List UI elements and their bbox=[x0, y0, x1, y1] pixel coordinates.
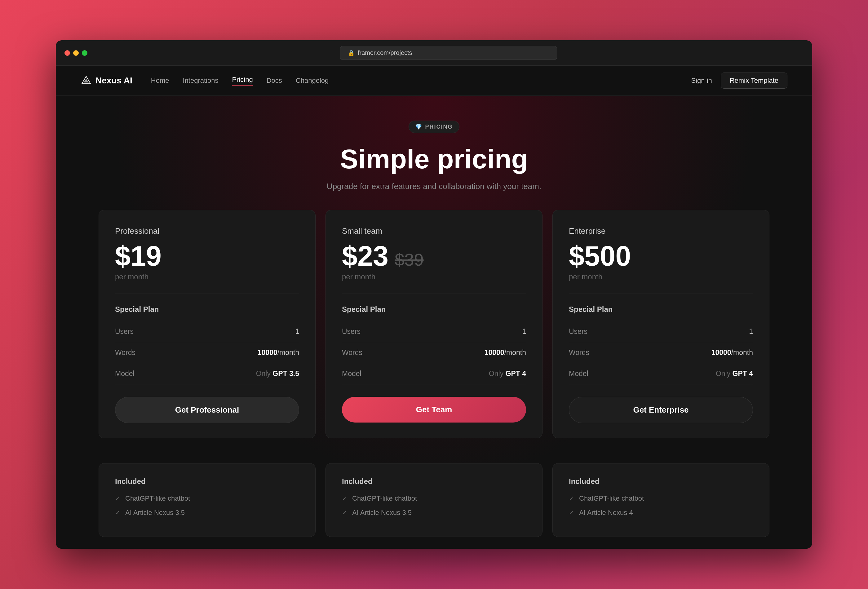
browser-window: 🔒 framer.com/projects Nexus AI Home Inte… bbox=[56, 40, 812, 549]
enterprise-period: per month bbox=[569, 273, 753, 281]
pricing-badge: 💎 PRICING bbox=[409, 121, 459, 133]
enterprise-features: Users 1 Words 10000/month Model Only GPT… bbox=[569, 321, 753, 384]
pricing-header: 💎 PRICING Simple pricing Upgrade for ext… bbox=[56, 96, 812, 210]
professional-model-value: Only GPT 3.5 bbox=[256, 369, 299, 378]
pricing-cards: Professional $19 per month Special Plan … bbox=[56, 210, 812, 463]
enterprise-special-plan: Special Plan bbox=[569, 305, 753, 314]
enterprise-users-value: 1 bbox=[749, 327, 753, 336]
professional-words-row: Words 10000/month bbox=[115, 342, 299, 363]
enterprise-included-text-0: ChatGPT-like chatbot bbox=[579, 495, 644, 502]
professional-included-text-0: ChatGPT-like chatbot bbox=[125, 495, 190, 502]
pricing-title: Simple pricing bbox=[56, 144, 812, 174]
enterprise-included-text-1: AI Article Nexus 4 bbox=[579, 509, 633, 517]
address-bar: 🔒 framer.com/projects bbox=[94, 46, 803, 60]
professional-included-item-0: ✓ ChatGPT-like chatbot bbox=[115, 495, 299, 502]
diamond-icon: 💎 bbox=[415, 123, 422, 130]
small-team-included-item-0: ✓ ChatGPT-like chatbot bbox=[342, 495, 526, 502]
get-enterprise-button[interactable]: Get Enterprise bbox=[569, 397, 753, 423]
traffic-light-red[interactable] bbox=[65, 50, 70, 56]
nav-docs[interactable]: Docs bbox=[267, 77, 282, 85]
get-team-button[interactable]: Get Team bbox=[342, 397, 526, 422]
small-team-price: $23 bbox=[342, 242, 388, 270]
small-team-model-row: Model Only GPT 4 bbox=[342, 363, 526, 384]
professional-users-value: 1 bbox=[295, 327, 299, 336]
small-team-words-label: Words bbox=[342, 348, 362, 357]
badge-text: PRICING bbox=[425, 124, 453, 130]
small-team-words-value: 10000/month bbox=[484, 348, 526, 357]
professional-included-item-1: ✓ AI Article Nexus 3.5 bbox=[115, 509, 299, 517]
enterprise-users-row: Users 1 bbox=[569, 321, 753, 342]
check-icon-4: ✓ bbox=[569, 495, 574, 502]
professional-price: $19 bbox=[115, 242, 161, 270]
enterprise-included-item-0: ✓ ChatGPT-like chatbot bbox=[569, 495, 753, 502]
professional-model-label: Model bbox=[115, 369, 134, 378]
professional-included-text-1: AI Article Nexus 3.5 bbox=[125, 509, 185, 517]
check-icon-3: ✓ bbox=[342, 509, 347, 517]
pricing-subtitle: Upgrade for extra features and collabora… bbox=[56, 182, 812, 191]
professional-words-value: 10000/month bbox=[258, 348, 299, 357]
check-icon-1: ✓ bbox=[115, 509, 120, 517]
sign-in-button[interactable]: Sign in bbox=[691, 77, 712, 85]
enterprise-price: $500 bbox=[569, 242, 631, 270]
logo-text: Nexus AI bbox=[96, 76, 132, 86]
enterprise-included-item-1: ✓ AI Article Nexus 4 bbox=[569, 509, 753, 517]
professional-features: Users 1 Words 10000/month Model Only GPT… bbox=[115, 321, 299, 384]
small-team-included-text-0: ChatGPT-like chatbot bbox=[352, 495, 417, 502]
browser-chrome: 🔒 framer.com/projects bbox=[56, 40, 812, 66]
enterprise-included-title: Included bbox=[569, 477, 753, 486]
traffic-light-green[interactable] bbox=[82, 50, 87, 56]
logo[interactable]: Nexus AI bbox=[81, 75, 132, 86]
small-team-price-row: $23 $39 bbox=[342, 242, 526, 270]
url-text: framer.com/projects bbox=[358, 49, 412, 56]
check-icon-5: ✓ bbox=[569, 509, 574, 517]
enterprise-words-row: Words 10000/month bbox=[569, 342, 753, 363]
small-team-model-label: Model bbox=[342, 369, 362, 378]
traffic-light-yellow[interactable] bbox=[73, 50, 79, 56]
enterprise-divider bbox=[569, 294, 753, 294]
small-team-words-row: Words 10000/month bbox=[342, 342, 526, 363]
small-team-price-original: $39 bbox=[395, 249, 424, 270]
logo-icon bbox=[81, 75, 92, 86]
professional-card: Professional $19 per month Special Plan … bbox=[99, 210, 316, 438]
small-team-included-item-1: ✓ AI Article Nexus 3.5 bbox=[342, 509, 526, 517]
small-team-users-value: 1 bbox=[522, 327, 526, 336]
professional-period: per month bbox=[115, 273, 299, 281]
enterprise-model-label: Model bbox=[569, 369, 588, 378]
check-icon-0: ✓ bbox=[115, 495, 120, 502]
traffic-lights bbox=[65, 50, 87, 56]
remix-template-button[interactable]: Remix Template bbox=[721, 72, 787, 89]
professional-model-row: Model Only GPT 3.5 bbox=[115, 363, 299, 384]
small-team-included-text-1: AI Article Nexus 3.5 bbox=[352, 509, 412, 517]
enterprise-model-row: Model Only GPT 4 bbox=[569, 363, 753, 384]
nav-right: Sign in Remix Template bbox=[691, 72, 787, 89]
small-team-card: Small team $23 $39 per month Special Pla… bbox=[326, 210, 542, 438]
small-team-features: Users 1 Words 10000/month Model Only GPT… bbox=[342, 321, 526, 384]
professional-words-label: Words bbox=[115, 348, 136, 357]
nav-left: Nexus AI Home Integrations Pricing Docs … bbox=[81, 75, 329, 86]
professional-price-row: $19 bbox=[115, 242, 299, 270]
included-section: Included ✓ ChatGPT-like chatbot ✓ AI Art… bbox=[56, 463, 812, 549]
small-team-divider bbox=[342, 294, 526, 294]
enterprise-words-value: 10000/month bbox=[712, 348, 753, 357]
nav-changelog[interactable]: Changelog bbox=[296, 77, 329, 85]
small-team-included-card: Included ✓ ChatGPT-like chatbot ✓ AI Art… bbox=[326, 463, 542, 537]
lock-icon: 🔒 bbox=[348, 50, 355, 56]
small-team-users-label: Users bbox=[342, 327, 360, 336]
small-team-model-value: Only GPT 4 bbox=[489, 369, 526, 378]
professional-users-row: Users 1 bbox=[115, 321, 299, 342]
professional-included-title: Included bbox=[115, 477, 299, 486]
professional-included-card: Included ✓ ChatGPT-like chatbot ✓ AI Art… bbox=[99, 463, 316, 537]
enterprise-included-card: Included ✓ ChatGPT-like chatbot ✓ AI Art… bbox=[552, 463, 769, 537]
nav-integrations[interactable]: Integrations bbox=[183, 77, 218, 85]
small-team-special-plan: Special Plan bbox=[342, 305, 526, 314]
nav-home[interactable]: Home bbox=[151, 77, 169, 85]
small-team-included-title: Included bbox=[342, 477, 526, 486]
nav-pricing[interactable]: Pricing bbox=[232, 76, 252, 86]
navbar: Nexus AI Home Integrations Pricing Docs … bbox=[56, 66, 812, 96]
professional-special-plan: Special Plan bbox=[115, 305, 299, 314]
main-content: 💎 PRICING Simple pricing Upgrade for ext… bbox=[56, 96, 812, 549]
professional-users-label: Users bbox=[115, 327, 134, 336]
get-professional-button[interactable]: Get Professional bbox=[115, 397, 299, 423]
professional-plan-name: Professional bbox=[115, 226, 299, 236]
address-bar-inner[interactable]: 🔒 framer.com/projects bbox=[340, 46, 557, 60]
